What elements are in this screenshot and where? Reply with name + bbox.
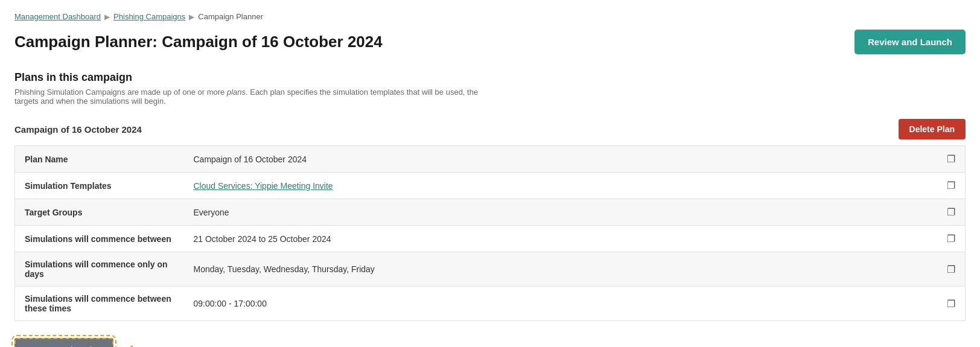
- table-row-value: 21 October 2024 to 25 October 2024: [184, 226, 938, 252]
- table-row: Plan NameCampaign of 16 October 2024❐: [15, 146, 966, 173]
- plans-section: Plans in this campaign Phishing Simulati…: [14, 71, 966, 321]
- breadcrumb-current: Campaign Planner: [198, 12, 263, 21]
- breadcrumb-sep-2: ▶: [189, 13, 194, 21]
- table-row: Simulations will commence between21 Octo…: [15, 226, 966, 252]
- plan-table: Plan NameCampaign of 16 October 2024❐Sim…: [14, 145, 966, 321]
- table-row: Simulations will commence between these …: [15, 287, 966, 321]
- table-row-label: Target Groups: [15, 199, 184, 226]
- table-row-value: Campaign of 16 October 2024: [184, 146, 938, 173]
- table-row-edit-icon[interactable]: ❐: [937, 199, 966, 226]
- table-row-edit-icon[interactable]: ❐: [937, 252, 966, 287]
- plans-italic: plans: [227, 88, 246, 97]
- table-row-value: Everyone: [184, 199, 938, 226]
- edit-pencil-icon[interactable]: ❐: [947, 264, 955, 275]
- create-plan-area: Create another plan: [14, 338, 966, 347]
- table-row: Simulation TemplatesCloud Services: Yipp…: [15, 173, 966, 199]
- table-row-label: Simulations will commence between: [15, 226, 184, 252]
- table-row-label: Simulation Templates: [15, 173, 184, 199]
- table-row-label: Simulations will commence between these …: [15, 287, 184, 321]
- table-row-edit-icon[interactable]: ❐: [937, 287, 966, 321]
- review-and-launch-button[interactable]: Review and Launch: [854, 30, 966, 54]
- edit-pencil-icon[interactable]: ❐: [947, 207, 955, 217]
- table-row: Simulations will commence only on daysMo…: [15, 252, 966, 287]
- section-title: Plans in this campaign: [14, 71, 966, 84]
- table-row-label: Simulations will commence only on days: [15, 252, 184, 287]
- table-row-edit-icon[interactable]: ❐: [937, 226, 966, 252]
- plan-campaign-label: Campaign of 16 October 2024: [14, 124, 142, 135]
- edit-pencil-icon[interactable]: ❐: [947, 180, 955, 191]
- breadcrumb: Management Dashboard ▶ Phishing Campaign…: [14, 12, 966, 21]
- table-row-edit-icon[interactable]: ❐: [937, 146, 966, 173]
- page-header: Campaign Planner: Campaign of 16 October…: [14, 30, 966, 54]
- table-row-value: Monday, Tuesday, Wednesday, Thursday, Fr…: [184, 252, 938, 287]
- plan-header: Campaign of 16 October 2024 Delete Plan: [14, 119, 966, 139]
- table-row: Target GroupsEveryone❐: [15, 199, 966, 226]
- edit-pencil-icon[interactable]: ❐: [947, 234, 955, 244]
- delete-plan-button[interactable]: Delete Plan: [899, 119, 966, 139]
- table-row-label: Plan Name: [15, 146, 184, 173]
- page-title: Campaign Planner: Campaign of 16 October…: [14, 33, 383, 51]
- breadcrumb-sep-1: ▶: [104, 13, 110, 21]
- table-row-link[interactable]: Cloud Services: Yippie Meeting Invite: [194, 181, 333, 191]
- table-row-edit-icon[interactable]: ❐: [937, 173, 966, 199]
- section-description: Phishing Simulation Campaigns are made u…: [14, 88, 497, 106]
- table-row-value: 09:00:00 - 17:00:00: [184, 287, 938, 321]
- breadcrumb-management-dashboard[interactable]: Management Dashboard: [14, 12, 101, 21]
- edit-pencil-icon[interactable]: ❐: [947, 299, 955, 309]
- create-another-plan-button[interactable]: Create another plan: [14, 338, 113, 347]
- breadcrumb-phishing-campaigns[interactable]: Phishing Campaigns: [113, 12, 185, 21]
- table-row-value[interactable]: Cloud Services: Yippie Meeting Invite: [184, 173, 938, 199]
- edit-pencil-icon[interactable]: ❐: [947, 154, 955, 164]
